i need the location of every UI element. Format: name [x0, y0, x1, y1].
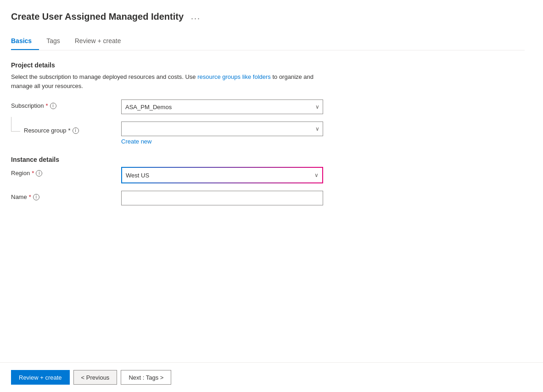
resource-group-select[interactable] — [121, 121, 323, 136]
subscription-label: Subscription — [11, 102, 44, 109]
create-new-link[interactable]: Create new — [121, 138, 151, 145]
name-required: * — [29, 193, 31, 200]
region-label: Region — [11, 170, 30, 177]
name-label: Name — [11, 193, 27, 200]
name-info-icon[interactable]: i — [33, 194, 39, 200]
subscription-info-icon[interactable]: i — [50, 103, 56, 109]
project-details-heading: Project details — [11, 61, 525, 69]
name-input[interactable] — [121, 191, 323, 205]
review-create-button[interactable]: Review + create — [11, 370, 70, 385]
tab-tags[interactable]: Tags — [46, 33, 67, 50]
subscription-required: * — [46, 102, 48, 109]
tab-review[interactable]: Review + create — [75, 33, 129, 50]
region-required: * — [32, 170, 34, 177]
subscription-select[interactable]: ASA_PM_Demos — [121, 99, 323, 114]
resource-groups-link[interactable]: resource groups like folders — [197, 73, 271, 80]
ellipsis-button[interactable]: ... — [188, 11, 203, 22]
tab-navigation: Basics Tags Review + create — [11, 33, 525, 50]
region-info-icon[interactable]: i — [36, 170, 42, 177]
tab-basics[interactable]: Basics — [11, 33, 39, 50]
page-title: Create User Assigned Managed Identity — [11, 11, 184, 22]
region-select[interactable]: West US — [122, 168, 322, 182]
instance-details-heading: Instance details — [11, 156, 525, 163]
previous-button[interactable]: < Previous — [73, 370, 118, 385]
resource-group-required: * — [68, 127, 71, 134]
resource-group-info-icon[interactable]: i — [73, 127, 79, 134]
project-details-description: Select the subscription to manage deploy… — [11, 72, 323, 90]
next-tags-button[interactable]: Next : Tags > — [121, 370, 171, 385]
resource-group-label: Resource group — [24, 127, 67, 134]
footer: Review + create < Previous Next : Tags > — [0, 362, 543, 392]
